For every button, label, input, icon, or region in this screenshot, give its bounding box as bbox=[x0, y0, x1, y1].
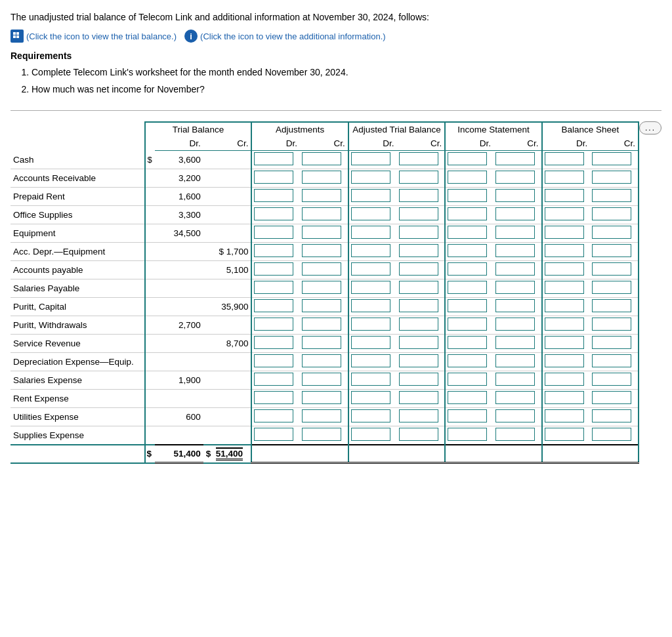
adj-cr-cell-9[interactable] bbox=[300, 316, 348, 334]
bs-dr-cell-3[interactable] bbox=[542, 205, 591, 224]
atb-cr-cell-3[interactable] bbox=[397, 205, 446, 224]
is-dr-cell-12[interactable] bbox=[445, 371, 494, 389]
is-cr-cell-4[interactable] bbox=[494, 224, 542, 242]
adj-dr-cell-1[interactable] bbox=[251, 169, 300, 187]
atb-cr-cell-5[interactable] bbox=[397, 242, 446, 260]
atb-dr-cell-11[interactable] bbox=[348, 352, 397, 371]
adj-cr-cell-11[interactable] bbox=[300, 352, 348, 371]
bs-dr-cell-14[interactable] bbox=[542, 407, 591, 426]
is-dr-cell-3[interactable] bbox=[445, 205, 494, 224]
atb-cr-cell-10[interactable] bbox=[397, 334, 446, 352]
bs-cr-cell-1[interactable] bbox=[590, 169, 639, 187]
bs-dr-cell-15[interactable] bbox=[542, 426, 591, 445]
bs-dr-cell-5[interactable] bbox=[542, 242, 591, 260]
atb-dr-cell-14[interactable] bbox=[348, 407, 397, 426]
is-dr-cell-4[interactable] bbox=[445, 224, 494, 242]
adj-dr-cell-7[interactable] bbox=[251, 279, 300, 297]
adj-cr-cell-1[interactable] bbox=[300, 169, 348, 187]
bs-cr-cell-13[interactable] bbox=[590, 389, 639, 407]
is-dr-cell-7[interactable] bbox=[445, 279, 494, 297]
adj-cr-cell-6[interactable] bbox=[300, 260, 348, 279]
bs-dr-cell-4[interactable] bbox=[542, 224, 591, 242]
adj-dr-cell-6[interactable] bbox=[251, 260, 300, 279]
adj-cr-cell-8[interactable] bbox=[300, 297, 348, 316]
atb-dr-cell-1[interactable] bbox=[348, 169, 397, 187]
atb-dr-cell-5[interactable] bbox=[348, 242, 397, 260]
bs-cr-cell-2[interactable] bbox=[590, 187, 639, 205]
atb-cr-cell-6[interactable] bbox=[397, 260, 446, 279]
adj-cr-cell-13[interactable] bbox=[300, 389, 348, 407]
is-cr-cell-0[interactable] bbox=[494, 150, 542, 169]
adj-cr-cell-15[interactable] bbox=[300, 426, 348, 445]
is-dr-cell-1[interactable] bbox=[445, 169, 494, 187]
adj-cr-cell-5[interactable] bbox=[300, 242, 348, 260]
adj-dr-cell-5[interactable] bbox=[251, 242, 300, 260]
adj-cr-cell-14[interactable] bbox=[300, 407, 348, 426]
adj-cr-cell-7[interactable] bbox=[300, 279, 348, 297]
atb-dr-cell-2[interactable] bbox=[348, 187, 397, 205]
is-dr-cell-8[interactable] bbox=[445, 297, 494, 316]
is-cr-cell-6[interactable] bbox=[494, 260, 542, 279]
bs-cr-cell-5[interactable] bbox=[590, 242, 639, 260]
atb-dr-cell-0[interactable] bbox=[348, 150, 397, 169]
adj-dr-cell-11[interactable] bbox=[251, 352, 300, 371]
atb-dr-cell-3[interactable] bbox=[348, 205, 397, 224]
bs-dr-cell-10[interactable] bbox=[542, 334, 591, 352]
is-dr-cell-2[interactable] bbox=[445, 187, 494, 205]
atb-dr-cell-12[interactable] bbox=[348, 371, 397, 389]
bs-cr-cell-3[interactable] bbox=[590, 205, 639, 224]
adj-dr-cell-9[interactable] bbox=[251, 316, 300, 334]
bs-dr-cell-1[interactable] bbox=[542, 169, 591, 187]
bs-cr-cell-10[interactable] bbox=[590, 334, 639, 352]
adj-cr-cell-10[interactable] bbox=[300, 334, 348, 352]
bs-cr-cell-11[interactable] bbox=[590, 352, 639, 371]
bs-cr-cell-12[interactable] bbox=[590, 371, 639, 389]
atb-cr-cell-14[interactable] bbox=[397, 407, 446, 426]
is-cr-cell-7[interactable] bbox=[494, 279, 542, 297]
is-dr-cell-0[interactable] bbox=[445, 150, 494, 169]
bs-cr-cell-15[interactable] bbox=[590, 426, 639, 445]
is-cr-cell-15[interactable] bbox=[494, 426, 542, 445]
adj-cr-cell-4[interactable] bbox=[300, 224, 348, 242]
adj-cr-cell-3[interactable] bbox=[300, 205, 348, 224]
bs-dr-cell-8[interactable] bbox=[542, 297, 591, 316]
atb-cr-cell-15[interactable] bbox=[397, 426, 446, 445]
atb-dr-cell-13[interactable] bbox=[348, 389, 397, 407]
bs-cr-cell-8[interactable] bbox=[590, 297, 639, 316]
bs-dr-cell-13[interactable] bbox=[542, 389, 591, 407]
is-dr-cell-13[interactable] bbox=[445, 389, 494, 407]
bs-dr-cell-9[interactable] bbox=[542, 316, 591, 334]
bs-dr-cell-0[interactable] bbox=[542, 150, 591, 169]
is-cr-cell-10[interactable] bbox=[494, 334, 542, 352]
bs-dr-cell-2[interactable] bbox=[542, 187, 591, 205]
atb-dr-cell-7[interactable] bbox=[348, 279, 397, 297]
adj-dr-cell-0[interactable] bbox=[251, 150, 300, 169]
is-dr-cell-11[interactable] bbox=[445, 352, 494, 371]
adj-dr-cell-15[interactable] bbox=[251, 426, 300, 445]
adj-dr-cell-2[interactable] bbox=[251, 187, 300, 205]
is-cr-cell-11[interactable] bbox=[494, 352, 542, 371]
trial-balance-link[interactable]: (Click the icon to view the trial balanc… bbox=[10, 30, 177, 43]
adj-cr-cell-12[interactable] bbox=[300, 371, 348, 389]
bs-dr-cell-12[interactable] bbox=[542, 371, 591, 389]
atb-cr-cell-4[interactable] bbox=[397, 224, 446, 242]
is-cr-cell-12[interactable] bbox=[494, 371, 542, 389]
adj-dr-cell-4[interactable] bbox=[251, 224, 300, 242]
is-cr-cell-5[interactable] bbox=[494, 242, 542, 260]
atb-cr-cell-2[interactable] bbox=[397, 187, 446, 205]
bs-cr-cell-6[interactable] bbox=[590, 260, 639, 279]
atb-dr-cell-6[interactable] bbox=[348, 260, 397, 279]
adj-dr-cell-10[interactable] bbox=[251, 334, 300, 352]
atb-dr-cell-10[interactable] bbox=[348, 334, 397, 352]
is-dr-cell-15[interactable] bbox=[445, 426, 494, 445]
adj-dr-cell-12[interactable] bbox=[251, 371, 300, 389]
atb-cr-cell-8[interactable] bbox=[397, 297, 446, 316]
atb-dr-cell-8[interactable] bbox=[348, 297, 397, 316]
atb-cr-cell-13[interactable] bbox=[397, 389, 446, 407]
bs-dr-cell-6[interactable] bbox=[542, 260, 591, 279]
bs-cr-cell-4[interactable] bbox=[590, 224, 639, 242]
is-cr-cell-1[interactable] bbox=[494, 169, 542, 187]
atb-cr-cell-12[interactable] bbox=[397, 371, 446, 389]
atb-dr-cell-9[interactable] bbox=[348, 316, 397, 334]
atb-cr-cell-9[interactable] bbox=[397, 316, 446, 334]
